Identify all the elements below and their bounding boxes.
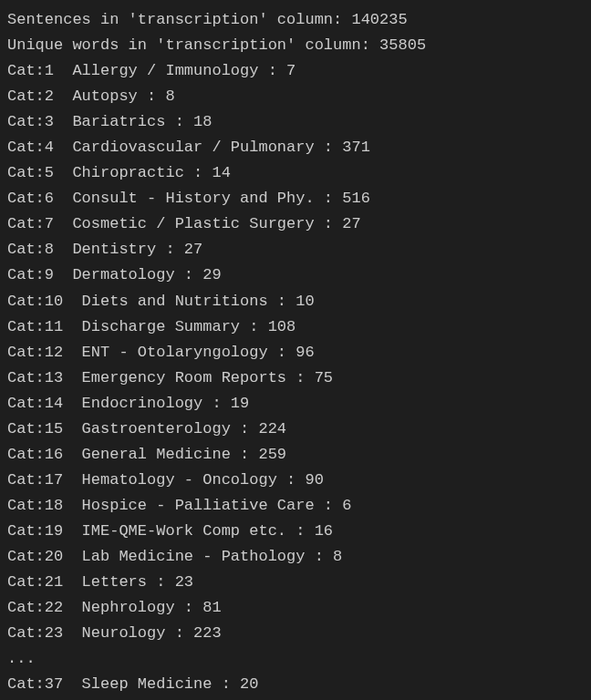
category-line: Cat:23 Neurology : 223 bbox=[7, 621, 584, 646]
category-line: Cat:37 Sleep Medicine : 20 bbox=[7, 672, 584, 697]
terminal-output: Sentences in 'transcription' column: 140… bbox=[7, 7, 584, 697]
category-line: Cat:16 General Medicine : 259 bbox=[7, 442, 584, 468]
category-line: Cat:3 Bariatrics : 18 bbox=[7, 109, 584, 135]
sentences-line: Sentences in 'transcription' column: 140… bbox=[7, 7, 584, 33]
sentences-label: Sentences in 'transcription' column: bbox=[7, 11, 342, 28]
category-line: Cat:11 Discharge Summary : 108 bbox=[7, 314, 584, 340]
category-line: Cat:12 ENT - Otolaryngology : 96 bbox=[7, 340, 584, 365]
category-line: Cat:4 Cardiovascular / Pulmonary : 371 bbox=[7, 135, 584, 160]
unique-words-count: 35805 bbox=[379, 36, 426, 54]
category-line: Cat:15 Gastroenterology : 224 bbox=[7, 417, 584, 442]
sentences-count: 140235 bbox=[351, 11, 407, 28]
category-line: Cat:19 IME-QME-Work Comp etc. : 16 bbox=[7, 519, 584, 544]
category-line: Cat:20 Lab Medicine - Pathology : 8 bbox=[7, 544, 584, 570]
category-line: Cat:6 Consult - History and Phy. : 516 bbox=[7, 186, 584, 211]
category-line: Cat:21 Letters : 23 bbox=[7, 570, 584, 595]
unique-words-label: Unique words in 'transcription' column: bbox=[7, 36, 370, 54]
category-line: Cat:7 Cosmetic / Plastic Surgery : 27 bbox=[7, 211, 584, 237]
category-line: Cat:10 Diets and Nutritions : 10 bbox=[7, 289, 584, 314]
category-line: Cat:9 Dermatology : 29 bbox=[7, 262, 584, 288]
category-line: Cat:8 Dentistry : 27 bbox=[7, 237, 584, 262]
tail-list: Cat:37 Sleep Medicine : 20 bbox=[7, 672, 584, 697]
category-line: Cat:1 Allergy / Immunology : 7 bbox=[7, 58, 584, 84]
category-line: Cat:17 Hematology - Oncology : 90 bbox=[7, 468, 584, 493]
categories-list: Cat:1 Allergy / Immunology : 7Cat:2 Auto… bbox=[7, 58, 584, 646]
category-line: Cat:13 Emergency Room Reports : 75 bbox=[7, 365, 584, 391]
category-line: Cat:2 Autopsy : 8 bbox=[7, 84, 584, 109]
ellipsis-line: ... bbox=[7, 646, 584, 672]
category-line: Cat:18 Hospice - Palliative Care : 6 bbox=[7, 493, 584, 519]
category-line: Cat:5 Chiropractic : 14 bbox=[7, 160, 584, 186]
category-line: Cat:22 Nephrology : 81 bbox=[7, 595, 584, 621]
category-line: Cat:14 Endocrinology : 19 bbox=[7, 391, 584, 417]
unique-words-line: Unique words in 'transcription' column: … bbox=[7, 33, 584, 58]
